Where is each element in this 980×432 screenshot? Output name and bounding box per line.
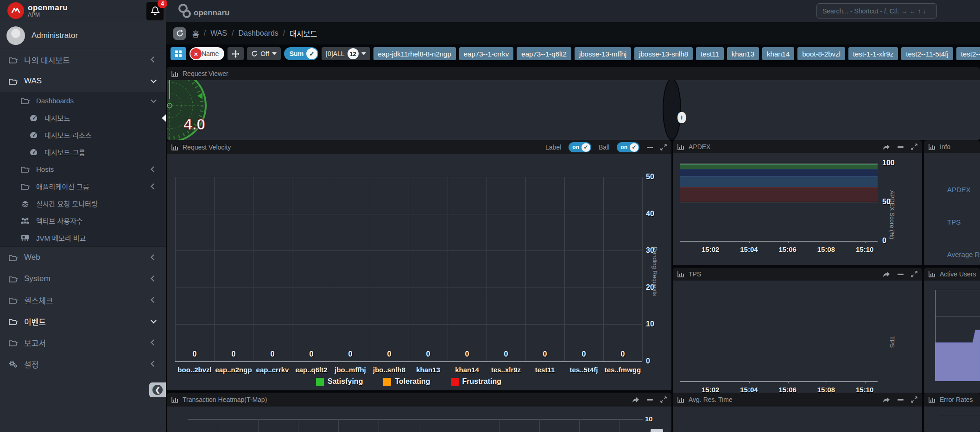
x-tick-label: 15:08 [817,245,835,253]
x-category-label: eap..n2ngp [215,366,252,374]
velocity-legend: SatisfyingToleratingFrustrating [175,377,642,386]
collapse-panel-button[interactable] [647,399,653,401]
request-viewer-body: 4.0 0 [167,80,980,140]
auto-refresh-dropdown[interactable]: Off [247,47,280,60]
chevron-left-icon [151,361,157,367]
expand-panel-button[interactable] [911,144,917,150]
sum-toggle[interactable]: Sum ✓ [284,47,318,60]
move-button[interactable] [228,47,244,60]
info-link-tps[interactable]: TPS [947,218,961,226]
sidebar-item-label: 보고서 [24,337,46,349]
info-link-average-resp[interactable]: Average Resp [947,250,980,258]
sidebar-item-realtime-request-monitoring[interactable]: 실시간 요청 모니터링 [0,195,166,212]
breadcrumb-item[interactable]: 대시보드 [290,28,317,39]
app-tag[interactable]: jbosse-13-snlh8 [634,47,693,60]
x-category-label: eap..q6lt2 [295,366,327,374]
sidebar-item-hosts[interactable]: Hosts [0,161,166,178]
apdex-body: 050100 APDEX Score (%) 15:0215:0415:0615… [673,153,922,265]
sidebar-item-was[interactable]: WAS [0,70,166,92]
app-tag[interactable]: khan14 [762,47,794,60]
layout-grid-button[interactable] [171,47,186,60]
velocity-x-axis [175,361,642,362]
error-rates-header: Error Rates [924,393,980,407]
collapse-panel-button[interactable] [898,399,904,401]
sidebar-item-dashboard-resource[interactable]: 대시보드-리소스 [0,126,166,144]
sidebar-item-label: Dashboards [36,97,74,105]
sidebar-item-healthcheck[interactable]: 헬스체크 [0,289,166,311]
chevron-down-icon [151,77,157,83]
breadcrumb-separator: / [283,29,285,38]
expand-panel-button[interactable] [911,396,917,403]
share-panel-button[interactable] [883,271,890,277]
app-tag[interactable]: khan13 [727,47,759,60]
app-tag[interactable]: test2--11-fmwgg [956,47,980,60]
remove-filter-icon[interactable]: × [190,48,202,59]
refresh-icon [251,50,258,57]
app-tag[interactable]: test11 [696,47,724,60]
sidebar-item-label: 대시보드 [44,113,70,123]
user-profile[interactable]: Administrator [0,22,166,49]
app-tag[interactable]: test-1-1-xlr9z [848,47,898,60]
notifications-button[interactable]: 4 [146,2,164,20]
sidebar-item-my-dashboard[interactable]: 나의 대시보드 [0,49,166,70]
apdex-panel: APDEX 050100 APDEX Score (%) 15:0215:041… [673,140,922,265]
expand-panel-button[interactable] [660,144,667,150]
expand-panel-button[interactable] [660,396,667,403]
chevron-left-icon [151,56,157,63]
app-tag[interactable]: jbosse-13-mffhj [575,47,631,60]
sidebar-item-dashboard[interactable]: 대시보드 [0,109,166,126]
sidebar-item-web[interactable]: Web [0,247,166,268]
request-velocity-body: 01020304050 Pending Requests boo..2bvzle… [167,154,671,390]
breadcrumb-separator: / [232,29,234,38]
search-input[interactable] [816,3,937,19]
collapse-panel-button[interactable] [898,146,904,148]
info-link-apdex[interactable]: APDEX [947,186,971,194]
minus-icon [647,147,653,148]
name-filter-chip[interactable]: × Name [190,47,224,60]
gridline [579,419,580,432]
sidebar-item-report[interactable]: 보고서 [0,332,166,353]
sidebar-item-active-user-count[interactable]: 액티브 사용자수 [0,212,166,229]
x-category-label: test11 [535,366,555,374]
label-toggle[interactable]: on ✓ [569,142,591,152]
sidebar-item-dashboard-group[interactable]: 대시보드-그룹 [0,144,166,161]
breadcrumb-item[interactable]: WAS [210,29,227,38]
breadcrumb-item[interactable]: 홈 [192,28,199,39]
chart-menu-button[interactable] [651,429,663,432]
sidebar-item-event[interactable]: 이벤트 [0,311,166,332]
collapse-panel-button[interactable] [647,147,653,148]
x-tick-mark [749,381,750,383]
share-panel-button[interactable] [883,144,890,150]
gridline [620,419,620,432]
sidebar-item-label: Web [24,253,40,262]
expand-panel-button[interactable] [911,271,917,277]
panel-title: Info [940,143,950,150]
request-velocity-plot [175,177,642,361]
ball-toggle[interactable]: on ✓ [617,142,639,152]
x-tick-mark [827,241,827,243]
request-counter: 0 [678,110,686,125]
openmaru-logo[interactable]: openmaru APM [7,2,68,19]
sidebar-item-system[interactable]: System [0,268,166,289]
app-tag[interactable]: eap-jdk11rhel8-8-n2ngp [373,47,456,60]
app-tag[interactable]: eap73--1-crrkv [459,47,514,60]
app-tag[interactable]: eap73--1-q6lt2 [517,47,571,60]
app-tag[interactable]: boot-8-2bvzl [797,47,845,60]
app-tag[interactable]: test2--11-5t4fj [901,47,953,60]
y-tick-label: 10 [646,320,654,328]
refresh-button[interactable] [173,27,186,40]
opennaru-logo[interactable]: opennaru [177,3,229,19]
breadcrumb-item[interactable]: Dashboards [239,29,278,38]
sidebar-item-application-group[interactable]: 애플리케이션 그룹 [0,178,166,195]
sidebar-item-dashboards[interactable]: Dashboards [0,92,166,109]
gridline [603,177,604,361]
x-tick-label: 15:04 [740,245,758,253]
all-instances-dropdown[interactable]: [0]ALL 12 [322,47,370,60]
sidebar-item-jvm-memory-compare[interactable]: JVM 메모리 비교 [0,229,166,246]
sidebar-collapse-button[interactable]: ❮ [149,382,166,397]
collapse-panel-button[interactable] [898,274,904,275]
share-panel-button[interactable] [632,397,639,403]
sidebar-item-settings[interactable]: 설정 [0,353,166,375]
chart-icon [677,271,684,277]
share-panel-button[interactable] [883,397,890,403]
